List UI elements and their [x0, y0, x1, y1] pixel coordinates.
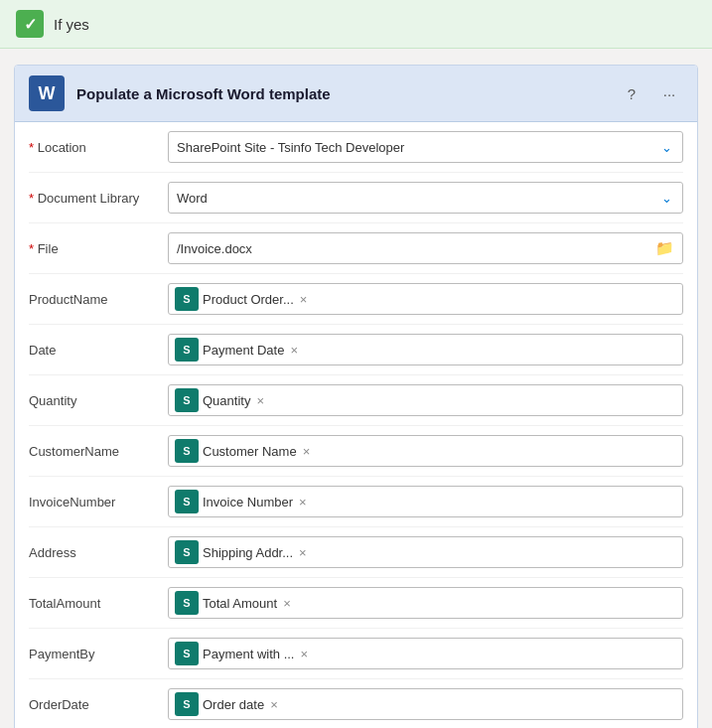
field-row-paymentby: PaymentBySPayment with ...×	[29, 629, 683, 679]
field-label-customername: CustomerName	[29, 444, 158, 459]
tag-rows-container: ProductNameSProduct Order...×DateSPaymen…	[29, 274, 683, 728]
tag-remove-quantity[interactable]: ×	[256, 393, 264, 408]
tag-control-totalamount[interactable]: STotal Amount×	[168, 587, 683, 619]
field-label-invoicenumber: InvoiceNumber	[29, 495, 158, 510]
s-badge-orderdate: S	[175, 692, 199, 716]
s-badge-date: S	[175, 338, 199, 362]
document-library-control[interactable]: Word ⌄	[168, 182, 683, 214]
tag-control-paymentby[interactable]: SPayment with ...×	[168, 638, 683, 669]
card-header: W Populate a Microsoft Word template ? ·…	[15, 66, 697, 122]
check-icon: ✓	[16, 10, 44, 38]
more-button[interactable]: ···	[655, 79, 683, 107]
help-icon: ?	[628, 85, 636, 102]
tag-text-invoicenumber: Invoice Number	[203, 495, 293, 510]
document-library-arrow-icon: ⌄	[661, 191, 672, 206]
document-library-row: Document Library Word ⌄	[29, 173, 683, 223]
tag-text-orderdate: Order date	[203, 697, 264, 712]
more-icon: ···	[663, 85, 676, 102]
tag-control-customername[interactable]: SCustomer Name×	[168, 435, 683, 467]
file-row: File /Invoice.docx 📁	[29, 223, 683, 274]
field-row-address: AddressSShipping Addr...×	[29, 527, 683, 578]
tag-control-invoicenumber[interactable]: SInvoice Number×	[168, 486, 683, 517]
location-control[interactable]: SharePoint Site - Tsinfo Tech Developer …	[168, 131, 683, 163]
s-badge-address: S	[175, 540, 199, 564]
field-row-invoicenumber: InvoiceNumberSInvoice Number×	[29, 477, 683, 527]
field-row-orderdate: OrderDateSOrder date×	[29, 679, 683, 728]
file-value: /Invoice.docx	[177, 241, 674, 256]
field-label-paymentby: PaymentBy	[29, 647, 158, 661]
field-row-quantity: QuantitySQuantity×	[29, 375, 683, 426]
s-badge-quantity: S	[175, 388, 199, 412]
header-icons: ? ···	[618, 79, 683, 107]
if-yes-bar: ✓ If yes	[0, 0, 712, 49]
s-badge-customername: S	[175, 439, 199, 463]
tag-remove-date[interactable]: ×	[290, 343, 298, 358]
document-library-label: Document Library	[29, 191, 158, 206]
tag-remove-paymentby[interactable]: ×	[300, 647, 308, 661]
tag-control-productname[interactable]: SProduct Order...×	[168, 283, 683, 315]
tag-control-address[interactable]: SShipping Addr...×	[168, 536, 683, 568]
file-control[interactable]: /Invoice.docx 📁	[168, 232, 683, 264]
tag-text-customername: Customer Name	[203, 444, 297, 459]
field-label-date: Date	[29, 343, 158, 358]
tag-control-quantity[interactable]: SQuantity×	[168, 384, 683, 416]
field-label-quantity: Quantity	[29, 393, 158, 408]
document-library-value: Word	[177, 191, 674, 206]
field-row-date: DateSPayment Date×	[29, 325, 683, 375]
tag-control-orderdate[interactable]: SOrder date×	[168, 688, 683, 720]
tag-text-quantity: Quantity	[203, 393, 250, 408]
location-value: SharePoint Site - Tsinfo Tech Developer	[177, 140, 674, 155]
file-browse-icon[interactable]: 📁	[655, 239, 674, 257]
location-label: Location	[29, 140, 158, 155]
location-row: Location SharePoint Site - Tsinfo Tech D…	[29, 122, 683, 173]
help-button[interactable]: ?	[618, 79, 645, 107]
card-body: Location SharePoint Site - Tsinfo Tech D…	[15, 122, 697, 728]
field-row-productname: ProductNameSProduct Order...×	[29, 274, 683, 325]
tag-remove-invoicenumber[interactable]: ×	[299, 495, 307, 510]
main-card: W Populate a Microsoft Word template ? ·…	[14, 65, 698, 728]
tag-text-totalamount: Total Amount	[203, 596, 277, 611]
if-yes-label: If yes	[54, 16, 89, 33]
tag-control-date[interactable]: SPayment Date×	[168, 334, 683, 365]
tag-text-productname: Product Order...	[203, 292, 294, 307]
word-icon: W	[29, 75, 65, 111]
tag-text-paymentby: Payment with ...	[203, 647, 294, 661]
location-arrow-icon: ⌄	[661, 140, 672, 155]
tag-remove-address[interactable]: ×	[299, 545, 307, 560]
field-row-totalamount: TotalAmountSTotal Amount×	[29, 578, 683, 629]
s-badge-totalamount: S	[175, 591, 199, 615]
field-row-customername: CustomerNameSCustomer Name×	[29, 426, 683, 477]
tag-text-date: Payment Date	[203, 343, 284, 358]
tag-remove-totalamount[interactable]: ×	[283, 596, 291, 611]
tag-remove-productname[interactable]: ×	[300, 292, 308, 307]
field-label-address: Address	[29, 545, 158, 560]
file-label: File	[29, 241, 158, 256]
field-label-productname: ProductName	[29, 292, 158, 307]
tag-text-address: Shipping Addr...	[203, 545, 293, 560]
field-label-orderdate: OrderDate	[29, 697, 158, 712]
tag-remove-orderdate[interactable]: ×	[270, 697, 278, 712]
s-badge-productname: S	[175, 287, 199, 311]
s-badge-invoicenumber: S	[175, 490, 199, 513]
field-label-totalamount: TotalAmount	[29, 596, 158, 611]
s-badge-paymentby: S	[175, 642, 199, 665]
tag-remove-customername[interactable]: ×	[303, 444, 311, 459]
card-title: Populate a Microsoft Word template	[76, 85, 606, 102]
